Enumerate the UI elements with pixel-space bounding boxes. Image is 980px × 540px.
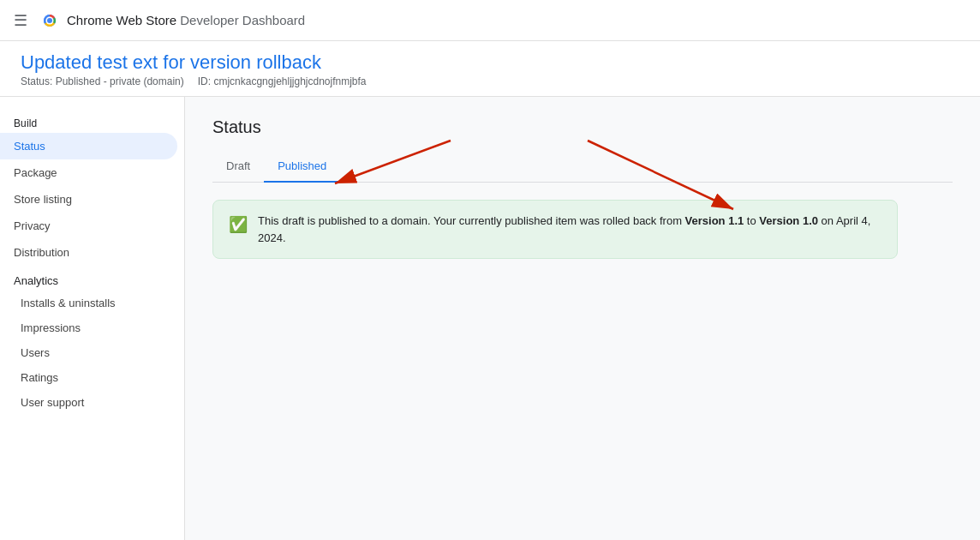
version-from: Version 1.1 <box>685 214 744 227</box>
topbar-app-name: Chrome Web Store Developer Dashboard <box>67 13 305 27</box>
page-meta: Status: Published - private (domain) ID:… <box>21 75 959 87</box>
banner-text: This draft is published to a domain. You… <box>258 213 881 246</box>
tab-published[interactable]: Published <box>264 151 340 183</box>
page-title: Updated test ext for version rollback <box>21 51 959 74</box>
sidebar-item-distribution[interactable]: Distribution <box>0 239 177 266</box>
menu-icon[interactable]: ☰ <box>14 11 27 30</box>
sidebar-item-store-listing[interactable]: Store listing <box>0 186 177 213</box>
topbar: ☰ Chrome Web Store Developer Dashboard <box>0 0 980 41</box>
sidebar: Build Status Package Store listing Priva… <box>0 97 185 540</box>
sidebar-item-privacy[interactable]: Privacy <box>0 213 177 239</box>
version-to: Version 1.0 <box>759 214 818 227</box>
sidebar-item-package[interactable]: Package <box>0 159 177 186</box>
sidebar-item-status[interactable]: Status <box>0 133 177 159</box>
svg-point-3 <box>47 18 52 23</box>
tab-draft[interactable]: Draft <box>212 151 264 183</box>
sidebar-item-users[interactable]: Users <box>0 340 177 365</box>
sidebar-analytics-label: Analytics <box>0 266 184 291</box>
main-content: Status Draft Published ✅ This draft is p… <box>185 97 980 540</box>
sidebar-build-label: Build <box>0 111 184 133</box>
page-header: Updated test ext for version rollback St… <box>0 41 980 97</box>
sidebar-item-installs[interactable]: Installs & uninstalls <box>0 291 177 315</box>
sidebar-item-user-support[interactable]: User support <box>0 390 177 415</box>
sidebar-item-impressions[interactable]: Impressions <box>0 315 177 340</box>
check-circle-icon: ✅ <box>229 213 248 237</box>
success-banner: ✅ This draft is published to a domain. Y… <box>212 200 898 259</box>
chrome-logo <box>38 9 62 33</box>
tabs-bar: Draft Published <box>212 151 953 183</box>
sidebar-item-ratings[interactable]: Ratings <box>0 365 177 390</box>
extension-id: ID: cmjcnkacgngjehljjghjcdnojfnmjbfa <box>198 75 367 87</box>
layout: Build Status Package Store listing Priva… <box>0 97 980 540</box>
section-title: Status <box>212 117 953 137</box>
logo: Chrome Web Store Developer Dashboard <box>38 9 305 33</box>
status-text: Status: Published - private (domain) <box>21 75 184 87</box>
